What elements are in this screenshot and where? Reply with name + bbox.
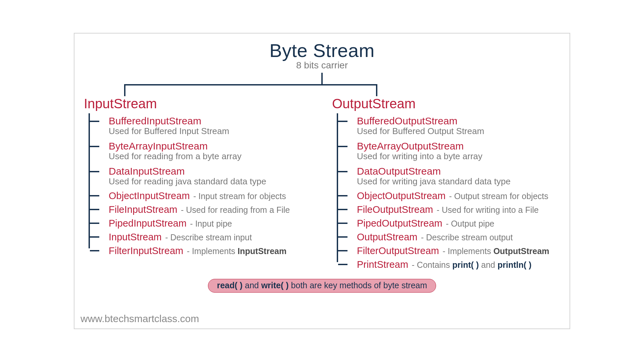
node-fileoutputstream: FileOutputStream - Used for writing into… [347, 203, 560, 217]
node-printstream: PrintStream - Contains print( ) and prin… [347, 258, 560, 272]
class-name: ByteArrayOutputStream [357, 140, 560, 152]
watermark: www.btechsmartclass.com [80, 313, 199, 324]
node-bufferedoutputstream: BufferedOutputStream Used for Buffered O… [347, 113, 560, 138]
class-desc: - Implements InputStream [187, 246, 286, 256]
footer-note-wrap: read( ) and write( ) both are key method… [84, 279, 560, 293]
class-desc: - Used for writing into a File [437, 205, 539, 215]
outputstream-heading: OutputStream [332, 96, 560, 111]
class-desc: - Output stream for objects [449, 191, 548, 201]
node-bytearrayoutputstream: ByteArrayOutputStream Used for writing i… [347, 138, 560, 164]
node-datainputstream: DataInputStream Used for reading java st… [99, 164, 312, 189]
inputstream-tree: BufferedInputStream Used for Buffered In… [84, 113, 312, 258]
class-name: FileInputStream [109, 204, 177, 215]
class-name: ObjectInputStream [109, 190, 190, 201]
class-desc: - Output pipe [446, 219, 494, 228]
class-desc: - Describe stream input [165, 233, 252, 242]
node-dataoutputstream: DataOutputStream Used for writing java s… [347, 164, 560, 189]
footer-note: read( ) and write( ) both are key method… [208, 279, 436, 293]
title-block: Byte Stream 8 bits carrier [84, 40, 560, 71]
node-filteroutputstream: FilterOutputStream - Implements OutputSt… [347, 244, 560, 258]
class-desc: Used for Buffered Input Stream [109, 126, 312, 136]
class-desc: Used for writing java standard data type [357, 176, 560, 187]
class-name: FileOutputStream [357, 204, 433, 215]
node-objectinputstream: ObjectInputStream - Input stream for obj… [99, 189, 312, 203]
class-desc: - Input pipe [190, 219, 232, 228]
inputstream-heading: InputStream [84, 96, 312, 111]
node-filterinputstream: FilterInputStream - Implements InputStre… [99, 244, 312, 258]
outputstream-tree: BufferedOutputStream Used for Buffered O… [332, 113, 560, 272]
class-name: PipedInputStream [109, 218, 186, 229]
diagram-subtitle: 8 bits carrier [84, 60, 560, 71]
inputstream-column: InputStream BufferedInputStream Used for… [84, 96, 312, 272]
class-name: ObjectOutputStream [357, 190, 445, 201]
class-name: FilterOutputStream [357, 245, 439, 256]
outputstream-column: OutputStream BufferedOutputStream Used f… [332, 96, 560, 272]
class-desc: - Contains print( ) and println( ) [412, 260, 532, 269]
columns: InputStream BufferedInputStream Used for… [84, 96, 560, 272]
diagram-canvas: Byte Stream 8 bits carrier InputStream B… [74, 33, 570, 329]
class-name: PrintStream [357, 259, 408, 270]
class-name: PipedOutputStream [357, 218, 442, 229]
node-bufferedinputstream: BufferedInputStream Used for Buffered In… [99, 113, 312, 138]
class-desc: Used for reading java standard data type [109, 176, 312, 187]
class-name: FilterInputStream [109, 245, 183, 256]
class-name: OutputStream [357, 232, 418, 242]
node-objectoutputstream: ObjectOutputStream - Output stream for o… [347, 189, 560, 203]
class-desc: - Input stream for objects [193, 191, 286, 201]
class-desc: Used for writing into a byte array [357, 151, 560, 162]
class-desc: - Implements OutputStream [442, 246, 549, 256]
node-inputstream: InputStream - Describe stream input [99, 230, 312, 244]
class-name: InputStream [109, 232, 162, 242]
class-desc: Used for Buffered Output Stream [357, 126, 560, 136]
node-outputstream: OutputStream - Describe stream output [347, 230, 560, 244]
node-pipedoutputstream: PipedOutputStream - Output pipe [347, 217, 560, 230]
node-bytearrayinputstream: ByteArrayInputStream Used for reading fr… [99, 138, 312, 164]
diagram-title: Byte Stream [84, 40, 560, 61]
class-name: BufferedOutputStream [357, 115, 560, 127]
class-desc: - Describe stream output [421, 233, 513, 242]
class-name: BufferedInputStream [109, 115, 312, 127]
class-desc: - Used for reading from a File [181, 205, 290, 215]
class-desc: Used for reading from a byte array [109, 151, 312, 162]
node-fileinputstream: FileInputStream - Used for reading from … [99, 203, 312, 217]
class-name: DataInputStream [109, 166, 312, 177]
tree-connector [84, 73, 560, 96]
node-pipedinputstream: PipedInputStream - Input pipe [99, 217, 312, 230]
class-name: ByteArrayInputStream [109, 140, 312, 152]
class-name: DataOutputStream [357, 166, 560, 177]
